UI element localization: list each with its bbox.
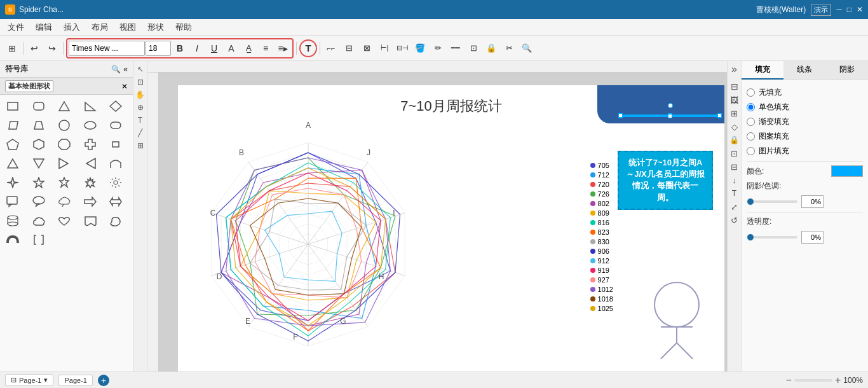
shape-octagon[interactable]: [54, 135, 74, 153]
shape-gear[interactable]: [105, 174, 126, 191]
rside-history-icon[interactable]: ↺: [729, 214, 740, 226]
shape-pentagon[interactable]: [3, 135, 23, 153]
shape-small-rect[interactable]: [105, 135, 126, 153]
menu-view[interactable]: 视图: [114, 20, 141, 35]
rside-image-icon[interactable]: 🖼: [729, 94, 740, 106]
underline-button[interactable]: U: [206, 40, 222, 57]
insert-image[interactable]: ⊠: [358, 40, 375, 57]
rside-expand-icon[interactable]: »: [729, 64, 740, 75]
present-icon[interactable]: 演示: [811, 4, 831, 16]
menu-shape[interactable]: 形状: [142, 20, 169, 35]
shape-cross[interactable]: [80, 135, 100, 153]
shape-callout-cloud[interactable]: [54, 193, 74, 211]
transparency-input[interactable]: [801, 231, 824, 244]
shape-half-ring[interactable]: [3, 231, 23, 249]
crop-tool[interactable]: ⊡: [465, 40, 482, 57]
fill-none[interactable]: 无填充: [747, 85, 863, 100]
shape-star6[interactable]: [54, 174, 74, 191]
rside-text-icon[interactable]: T: [729, 188, 740, 199]
redo-button[interactable]: ↪: [44, 40, 60, 57]
side-line-icon[interactable]: ╱: [135, 127, 146, 139]
side-pointer-icon[interactable]: ↖: [135, 64, 146, 75]
zoom-slider[interactable]: [794, 379, 832, 382]
shape-circle[interactable]: [54, 116, 74, 134]
tab-shadow[interactable]: 阴影: [826, 61, 868, 80]
shape-callout-rect[interactable]: [3, 193, 23, 211]
font-name-input[interactable]: [69, 41, 145, 56]
rside-export-icon[interactable]: ↓: [729, 174, 740, 186]
font-strikethrough-button[interactable]: A̲: [240, 40, 257, 57]
bold-button[interactable]: B: [172, 40, 188, 57]
transparency-thumb[interactable]: [747, 233, 754, 241]
menu-edit[interactable]: 编辑: [31, 20, 57, 35]
color-swatch[interactable]: [831, 165, 863, 177]
tab-line[interactable]: 线条: [783, 61, 825, 80]
shape-arch[interactable]: [105, 155, 126, 172]
transparency-slider[interactable]: [747, 236, 797, 239]
side-pan-icon[interactable]: ✋: [135, 89, 146, 100]
shade-input[interactable]: [801, 195, 824, 208]
menu-file[interactable]: 文件: [3, 20, 29, 35]
fill-solid[interactable]: 单色填充: [747, 100, 863, 114]
align-right-button[interactable]: ≡▸: [275, 40, 291, 57]
info-box[interactable]: 统计了7~10月之间A～J/X几名员工的周报情况，每圈代表一周。: [618, 151, 713, 210]
shapes-section-close[interactable]: ✕: [121, 82, 128, 91]
shape-arrow-right[interactable]: [80, 193, 100, 211]
fill-color-tool[interactable]: 🪣: [412, 40, 428, 57]
side-text-icon[interactable]: T: [135, 114, 146, 126]
rotate-handle[interactable]: [668, 103, 673, 108]
rside-resize-icon[interactable]: ⤢: [729, 201, 740, 212]
fill-gradient-radio[interactable]: [747, 118, 755, 126]
shape-wave-rect[interactable]: [80, 212, 100, 230]
shape-ellipse[interactable]: [80, 116, 100, 134]
shape-triangle[interactable]: [54, 97, 74, 115]
page-tab-1[interactable]: Page-1: [58, 375, 92, 386]
side-lasso-icon[interactable]: ⊡: [135, 76, 146, 88]
shape-rounded-rect2[interactable]: [105, 116, 126, 134]
shape-trapezoid[interactable]: [29, 116, 49, 134]
more-tool[interactable]: ✂: [501, 40, 517, 57]
panel-search-icon[interactable]: 🔍: [111, 65, 121, 74]
line-style-tool[interactable]: ━━: [447, 40, 464, 57]
shade-thumb[interactable]: [747, 198, 754, 205]
menu-layout[interactable]: 布局: [86, 20, 113, 35]
shape-triangle-up[interactable]: [3, 155, 23, 172]
shape-hexagon[interactable]: [29, 135, 49, 153]
shape-star4[interactable]: [3, 174, 23, 191]
shape-triangle-left[interactable]: [80, 155, 100, 172]
rside-layers-icon[interactable]: ⊟: [729, 81, 740, 92]
align-tool[interactable]: ⊢|: [376, 40, 393, 57]
zoom-plus-button[interactable]: +: [835, 375, 841, 386]
rside-group-icon[interactable]: ⊞: [729, 107, 740, 119]
fill-image-radio[interactable]: [747, 147, 755, 155]
shape-parallelogram[interactable]: [3, 116, 23, 134]
shape-cylinder[interactable]: [3, 212, 23, 230]
shape-heart[interactable]: [54, 212, 74, 230]
table-tool[interactable]: ⊟: [341, 40, 357, 57]
shade-slider[interactable]: [747, 200, 797, 203]
shape-callout-round[interactable]: [29, 193, 49, 211]
shape-cloud[interactable]: [29, 212, 49, 230]
menu-insert[interactable]: 插入: [58, 20, 85, 35]
fill-image[interactable]: 图片填充: [747, 144, 863, 158]
panel-collapse-icon[interactable]: «: [123, 65, 128, 74]
lock-tool[interactable]: 🔒: [483, 40, 499, 57]
rside-diamond-icon[interactable]: ◇: [729, 121, 740, 132]
shape-lib-button[interactable]: ⊞: [4, 40, 20, 57]
canvas-content[interactable]: 7~10月周报统计 统计了7~10月之间A～J/X几名员工的周报情况，每圈代表一…: [159, 73, 727, 371]
rside-align-icon[interactable]: ⊡: [729, 148, 740, 159]
shape-irregular[interactable]: [105, 212, 126, 230]
shape-arrow-double[interactable]: [105, 193, 126, 211]
fill-none-radio[interactable]: [747, 88, 755, 97]
tab-fill[interactable]: 填充: [742, 61, 783, 80]
zoom-minus-button[interactable]: −: [786, 375, 792, 386]
fill-gradient[interactable]: 渐变填充: [747, 114, 863, 129]
rside-table-icon[interactable]: ⊟: [729, 161, 740, 172]
shape-right-triangle[interactable]: [80, 97, 100, 115]
distribute-tool[interactable]: ⊟⊣: [394, 40, 410, 57]
rside-lock-icon[interactable]: 🔒: [729, 134, 740, 146]
fill-pattern-radio[interactable]: [747, 132, 755, 141]
font-color-button[interactable]: A: [223, 40, 240, 57]
add-page-button[interactable]: +: [98, 375, 109, 386]
side-connect-icon[interactable]: ⊕: [135, 102, 146, 113]
